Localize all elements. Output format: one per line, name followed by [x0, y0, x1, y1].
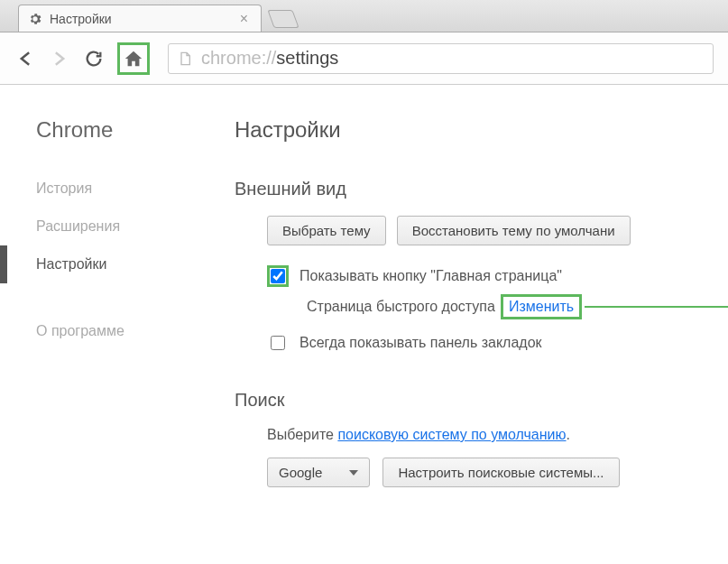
- sidebar-item-history[interactable]: История: [0, 170, 207, 208]
- home-button[interactable]: [117, 42, 150, 75]
- bookmarks-label: Всегда показывать панель закладок: [299, 335, 542, 351]
- choose-theme-button[interactable]: Выбрать тему: [267, 216, 386, 245]
- bookmarks-checkbox[interactable]: [271, 336, 285, 350]
- ntp-label: Страница быстрого доступа: [307, 299, 495, 315]
- back-button[interactable]: [14, 48, 36, 69]
- main-panel: Настройки Внешний вид Выбрать тему Восст…: [207, 85, 728, 564]
- gear-icon: [28, 12, 42, 26]
- show-home-label: Показывать кнопку "Главная страница": [299, 268, 562, 284]
- reset-theme-button[interactable]: Восстановить тему по умолчани: [397, 216, 631, 245]
- show-home-row: Показывать кнопку "Главная страница": [267, 265, 728, 287]
- toolbar: chrome://settings: [0, 32, 728, 85]
- section-appearance-heading: Внешний вид: [235, 179, 728, 199]
- sidebar: Chrome История Расширения Настройки О пр…: [0, 85, 207, 564]
- theme-button-row: Выбрать тему Восстановить тему по умолча…: [267, 216, 728, 245]
- manage-search-button[interactable]: Настроить поисковые системы...: [382, 458, 619, 487]
- bookmarks-row: Всегда показывать панель закладок: [267, 332, 728, 354]
- show-home-checkbox-wrap: [267, 265, 289, 287]
- sidebar-item-settings[interactable]: Настройки: [0, 245, 207, 283]
- show-home-checkbox[interactable]: [271, 269, 285, 283]
- forward-button[interactable]: [49, 48, 70, 69]
- browser-tab[interactable]: Настройки ×: [18, 5, 262, 32]
- tab-title: Настройки: [50, 12, 236, 26]
- annotation-line: [585, 306, 728, 308]
- search-section: Поиск Выберите поисковую систему по умол…: [235, 390, 728, 487]
- search-controls-row: Google Настроить поисковые системы...: [267, 458, 728, 487]
- new-tab-button[interactable]: [267, 10, 299, 28]
- search-engine-select[interactable]: Google: [267, 458, 370, 487]
- sidebar-item-extensions[interactable]: Расширения: [0, 208, 207, 245]
- sidebar-title: Chrome: [0, 117, 207, 170]
- section-search-heading: Поиск: [235, 390, 728, 411]
- sidebar-item-about[interactable]: О программе: [0, 305, 207, 339]
- address-bar[interactable]: chrome://settings: [168, 43, 714, 74]
- content-area: Chrome История Расширения Настройки О пр…: [0, 85, 728, 564]
- search-engine-value: Google: [279, 465, 322, 480]
- ntp-row: Страница быстрого доступа Изменить: [307, 294, 728, 319]
- default-search-link[interactable]: поисковую систему по умолчанию: [337, 427, 566, 442]
- bookmarks-checkbox-wrap: [267, 332, 289, 354]
- reload-button[interactable]: [83, 48, 105, 69]
- url-text: chrome://settings: [201, 48, 338, 69]
- search-description: Выберите поисковую систему по умолчанию.: [267, 427, 728, 443]
- close-icon[interactable]: ×: [236, 11, 252, 27]
- tab-bar: Настройки ×: [0, 0, 728, 32]
- chevron-down-icon: [349, 470, 358, 476]
- page-icon: [178, 51, 192, 66]
- change-link[interactable]: Изменить: [501, 294, 582, 319]
- page-title: Настройки: [235, 117, 728, 143]
